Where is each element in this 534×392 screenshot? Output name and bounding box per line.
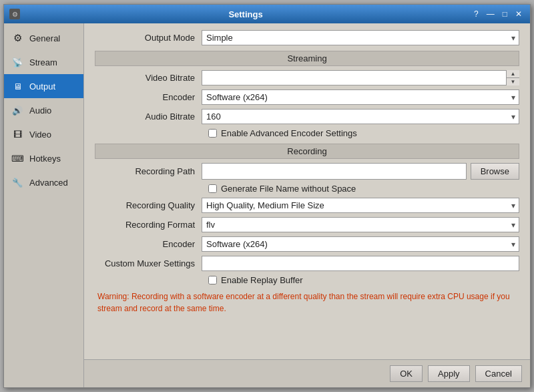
ok-button[interactable]: OK [390, 365, 423, 382]
recording-encoder-row: Encoder Software (x264) Hardware (NVENC)… [95, 236, 519, 252]
cancel-button[interactable]: Cancel [475, 365, 522, 382]
output-mode-select-wrapper: Simple Advanced [202, 30, 519, 45]
sidebar-label-advanced: Advanced [29, 178, 68, 188]
output-mode-row: Output Mode Simple Advanced [95, 30, 519, 45]
close-button[interactable]: ✕ [513, 10, 525, 18]
output-mode-select[interactable]: Simple Advanced [202, 30, 519, 45]
window-title: Settings [20, 9, 471, 19]
generate-filename-label[interactable]: Generate File Name without Space [221, 184, 356, 194]
replay-buffer-label[interactable]: Enable Replay Buffer [221, 275, 303, 285]
sidebar-label-video: Video [29, 130, 51, 140]
sidebar: ⚙ General 📡 Stream 🖥 Output 🔊 Audio 🎞 Vi… [4, 23, 84, 387]
adv-encoder-checkbox[interactable] [208, 129, 217, 138]
sidebar-item-video[interactable]: 🎞 Video [4, 122, 83, 146]
video-bitrate-spinbox-buttons: ▲ ▼ [506, 70, 519, 85]
video-bitrate-label: Video Bitrate [95, 73, 202, 83]
streaming-encoder-select-wrapper: Software (x264) Hardware (NVENC) Hardwar… [202, 89, 519, 105]
help-button[interactable]: ? [471, 10, 481, 18]
sidebar-label-hotkeys: Hotkeys [29, 154, 61, 164]
video-bitrate-decrement[interactable]: ▼ [507, 78, 519, 85]
recording-format-select[interactable]: flv mp4 mov mkv ts m3u8 [202, 217, 519, 232]
sidebar-item-general[interactable]: ⚙ General [4, 26, 83, 50]
recording-quality-select[interactable]: Same as stream High Quality, Medium File… [202, 198, 519, 213]
recording-section-header: Recording [95, 144, 519, 159]
adv-encoder-row: Enable Advanced Encoder Settings [95, 128, 519, 138]
title-bar: ⚙ Settings ? — □ ✕ [4, 5, 530, 23]
recording-path-row: Recording Path /home/roger Browse [95, 163, 519, 180]
hotkeys-icon: ⌨ [11, 152, 24, 165]
video-bitrate-increment[interactable]: ▲ [507, 70, 519, 78]
streaming-encoder-row: Encoder Software (x264) Hardware (NVENC)… [95, 89, 519, 105]
streaming-section-header: Streaming [95, 51, 519, 66]
sidebar-item-audio[interactable]: 🔊 Audio [4, 98, 83, 122]
streaming-encoder-select[interactable]: Software (x264) Hardware (NVENC) Hardwar… [202, 89, 519, 105]
sidebar-label-audio: Audio [29, 106, 51, 116]
video-bitrate-spinbox: 2500 Kbps ▲ ▼ [202, 70, 519, 85]
recording-quality-row: Recording Quality Same as stream High Qu… [95, 198, 519, 213]
recording-format-select-wrapper: flv mp4 mov mkv ts m3u8 [202, 217, 519, 232]
audio-bitrate-label: Audio Bitrate [95, 112, 202, 122]
sidebar-label-general: General [29, 33, 60, 43]
sidebar-item-output[interactable]: 🖥 Output [4, 74, 83, 98]
audio-bitrate-select[interactable]: 128 160 192 256 320 [202, 109, 519, 124]
audio-bitrate-row: Audio Bitrate 128 160 192 256 320 [95, 109, 519, 124]
recording-path-input[interactable]: /home/roger [202, 163, 467, 180]
apply-button[interactable]: Apply [428, 365, 470, 382]
stream-icon: 📡 [11, 55, 24, 69]
replay-buffer-checkbox[interactable] [208, 276, 217, 284]
streaming-encoder-label: Encoder [95, 92, 202, 102]
main-panel: Output Mode Simple Advanced Streaming Vi… [84, 23, 530, 387]
settings-area: Output Mode Simple Advanced Streaming Vi… [84, 23, 530, 359]
app-icon: ⚙ [9, 9, 20, 19]
video-bitrate-row: Video Bitrate 2500 Kbps ▲ ▼ [95, 70, 519, 85]
settings-window: ⚙ Settings ? — □ ✕ ⚙ General 📡 Stream 🖥 … [3, 4, 531, 388]
warning-text: Warning: Recording with a software encod… [95, 290, 519, 315]
audio-icon: 🔊 [11, 104, 24, 117]
minimize-button[interactable]: — [484, 10, 497, 18]
video-icon: 🎞 [11, 128, 24, 141]
title-bar-left: ⚙ [9, 9, 20, 19]
custom-muxer-input-wrap [202, 256, 519, 271]
video-bitrate-input[interactable]: 2500 Kbps [202, 70, 519, 85]
sidebar-label-output: Output [29, 81, 55, 91]
output-icon: 🖥 [11, 79, 24, 93]
title-controls: ? — □ ✕ [471, 10, 525, 18]
output-mode-label: Output Mode [95, 33, 202, 43]
recording-format-label: Recording Format [95, 220, 202, 230]
browse-button[interactable]: Browse [471, 163, 519, 180]
recording-encoder-select-wrapper: Software (x264) Hardware (NVENC) Hardwar… [202, 236, 519, 252]
sidebar-item-hotkeys[interactable]: ⌨ Hotkeys [4, 146, 83, 170]
generate-filename-checkbox[interactable] [208, 184, 217, 193]
recording-path-wrap: /home/roger Browse [202, 163, 519, 180]
content-area: ⚙ General 📡 Stream 🖥 Output 🔊 Audio 🎞 Vi… [4, 23, 530, 387]
recording-quality-select-wrapper: Same as stream High Quality, Medium File… [202, 198, 519, 213]
recording-path-label: Recording Path [95, 166, 202, 176]
maximize-button[interactable]: □ [500, 10, 510, 18]
general-icon: ⚙ [11, 31, 24, 45]
custom-muxer-input[interactable] [202, 256, 519, 271]
replay-buffer-row: Enable Replay Buffer [95, 275, 519, 285]
recording-encoder-select[interactable]: Software (x264) Hardware (NVENC) Hardwar… [202, 236, 519, 252]
custom-muxer-row: Custom Muxer Settings [95, 256, 519, 271]
recording-encoder-label: Encoder [95, 239, 202, 249]
sidebar-item-advanced[interactable]: 🔧 Advanced [4, 170, 83, 194]
generate-filename-row: Generate File Name without Space [95, 184, 519, 194]
audio-bitrate-select-wrapper: 128 160 192 256 320 [202, 109, 519, 124]
recording-format-row: Recording Format flv mp4 mov mkv ts m3u8 [95, 217, 519, 232]
recording-quality-label: Recording Quality [95, 200, 202, 210]
custom-muxer-label: Custom Muxer Settings [95, 258, 202, 268]
sidebar-label-stream: Stream [29, 57, 57, 67]
adv-encoder-label[interactable]: Enable Advanced Encoder Settings [221, 128, 357, 138]
sidebar-item-stream[interactable]: 📡 Stream [4, 50, 83, 74]
advanced-icon: 🔧 [11, 176, 24, 189]
bottom-bar: OK Apply Cancel [84, 359, 530, 387]
